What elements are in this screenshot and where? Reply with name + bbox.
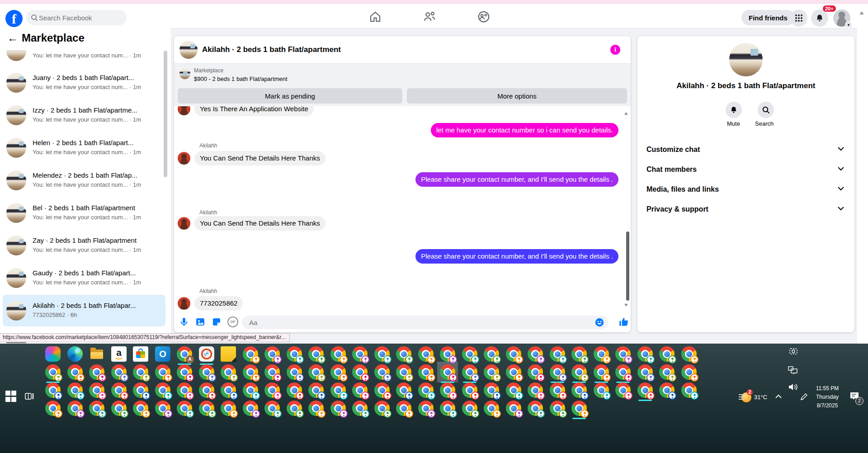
panel-section-customize-chat[interactable]: Customize chat <box>637 140 854 160</box>
taskbar-app-button[interactable] <box>111 382 127 398</box>
taskbar-app-button[interactable] <box>287 364 302 380</box>
taskbar-app-button[interactable] <box>681 382 697 398</box>
taskbar-app-button[interactable] <box>243 401 258 416</box>
taskbar-app-button[interactable] <box>199 364 214 380</box>
network-display-icon[interactable] <box>788 365 798 375</box>
clock-day[interactable]: Thursday <box>810 394 844 400</box>
panel-section-media-files-and-links[interactable]: Media, files and links <box>637 180 854 200</box>
taskbar-app-button[interactable] <box>352 364 368 380</box>
taskbar-app-button[interactable] <box>221 364 236 380</box>
taskbar-app-button[interactable] <box>243 346 258 362</box>
thumbs-up-icon[interactable] <box>618 316 630 328</box>
taskbar-app-button[interactable] <box>374 382 390 398</box>
taskbar-app-button[interactable] <box>133 346 148 362</box>
taskbar-app-button[interactable] <box>133 382 148 398</box>
taskbar-app-button[interactable] <box>155 364 170 380</box>
taskbar-app-button[interactable] <box>462 382 477 398</box>
home-icon[interactable] <box>368 10 382 24</box>
speaker-icon[interactable] <box>788 382 798 392</box>
taskbar-app-button[interactable] <box>659 382 675 398</box>
taskbar-app-button[interactable] <box>396 364 411 380</box>
sidebar-scrollbar[interactable] <box>164 51 167 177</box>
taskbar-app-button[interactable] <box>571 401 587 416</box>
taskbar-app-button[interactable] <box>243 382 258 398</box>
taskbar-app-button[interactable] <box>45 364 61 380</box>
taskbar-app-button[interactable] <box>484 364 499 380</box>
taskbar-app-button[interactable] <box>440 401 455 416</box>
emoji-icon[interactable] <box>594 317 604 327</box>
taskbar-app-button[interactable] <box>484 346 499 362</box>
conversation-item[interactable]: Helen · 2 beds 1 bath Flat/apart...You: … <box>3 132 165 164</box>
taskbar-app-button[interactable] <box>308 382 324 398</box>
taskbar-app-button[interactable] <box>506 401 521 416</box>
gif-icon[interactable]: GIF <box>227 316 238 327</box>
taskbar-app-button[interactable] <box>264 382 280 398</box>
chat-title[interactable]: Akilahh · 2 beds 1 bath Flat/apartment <box>202 45 341 54</box>
taskbar-app-button[interactable] <box>352 401 368 416</box>
taskbar-app-button[interactable] <box>264 401 280 416</box>
taskbar-app-button[interactable] <box>615 364 631 380</box>
more-options-button[interactable]: More options <box>407 88 627 104</box>
taskbar-app-button[interactable] <box>177 364 192 380</box>
taskbar-app-button[interactable] <box>506 382 521 398</box>
taskbar-app-button[interactable] <box>615 346 631 362</box>
voice-clip-icon[interactable] <box>179 316 189 327</box>
taskbar-app-button[interactable] <box>506 346 521 362</box>
cast-icon[interactable] <box>788 346 798 356</box>
groups-icon[interactable] <box>477 10 491 24</box>
taskbar-app-button[interactable] <box>221 382 236 398</box>
outgoing-message-bubble[interactable]: Please share your contact number, and I'… <box>415 172 618 187</box>
task-view-icon[interactable] <box>24 391 35 402</box>
taskbar-app-button[interactable] <box>418 364 434 380</box>
taskbar-app-button[interactable]: ✂ <box>199 346 214 362</box>
taskbar-app-button[interactable] <box>462 346 477 362</box>
taskbar-app-button[interactable] <box>418 346 434 362</box>
taskbar-app-button[interactable] <box>287 346 302 362</box>
taskbar-app-button[interactable] <box>67 346 83 362</box>
chat-avatar[interactable] <box>179 41 198 59</box>
taskbar-app-button[interactable] <box>45 401 61 416</box>
taskbar-app-button[interactable] <box>89 382 104 398</box>
taskbar-app-button[interactable] <box>550 382 565 398</box>
taskbar-app-button[interactable] <box>308 364 324 380</box>
taskbar-app-button[interactable]: A <box>177 346 192 362</box>
taskbar-app-button[interactable] <box>594 346 609 362</box>
taskbar-app-button[interactable] <box>330 401 346 416</box>
taskbar-app-button[interactable] <box>177 382 192 398</box>
taskbar-app-button[interactable] <box>111 364 127 380</box>
taskbar-app-button[interactable] <box>221 401 236 416</box>
search-in-conversation-button[interactable] <box>758 102 774 118</box>
back-arrow-icon[interactable]: ← <box>7 32 18 44</box>
account-chevron-icon[interactable]: ▾ <box>845 21 852 28</box>
panel-section-chat-members[interactable]: Chat members <box>637 160 854 180</box>
taskbar-app-button[interactable] <box>155 382 170 398</box>
taskbar-app-button[interactable] <box>528 401 543 416</box>
clock-date[interactable]: 8/7/2025 <box>810 402 844 409</box>
taskbar-app-button[interactable] <box>440 346 455 362</box>
search-input[interactable] <box>38 14 117 22</box>
taskbar-app-button[interactable] <box>594 364 609 380</box>
taskbar-app-button[interactable] <box>571 382 587 398</box>
pen-icon[interactable] <box>799 392 808 401</box>
taskbar-app-button[interactable] <box>681 364 697 380</box>
taskbar-app-button[interactable] <box>418 401 434 416</box>
conversation-item[interactable]: Melendez · 2 beds 1 bath Flat/ap...You: … <box>3 165 165 196</box>
conversation-item[interactable]: Bel · 2 beds 1 bath Flat/apartmentYou: l… <box>3 197 165 229</box>
taskbar-app-button[interactable] <box>637 346 653 362</box>
message-input[interactable] <box>242 316 608 329</box>
conversation-item[interactable]: Gaudy · 2 beds 1 bath Flat/apart...You: … <box>3 262 165 294</box>
apps-menu-button[interactable] <box>790 9 807 27</box>
taskbar-app-button[interactable] <box>484 382 499 398</box>
taskbar-app-button[interactable] <box>352 346 368 362</box>
incoming-message-bubble[interactable]: You Can Send The Details Here Thanks <box>194 216 326 231</box>
find-friends-button[interactable]: Find friends <box>741 10 795 25</box>
conversation-item[interactable]: Akilahh · 2 beds 1 bath Flat/apar...7732… <box>3 295 165 326</box>
taskbar-app-button[interactable] <box>396 401 411 416</box>
taskbar-app-button[interactable] <box>418 382 434 398</box>
taskbar-app-button[interactable] <box>67 364 83 380</box>
conversation-item[interactable]: Zay · 2 beds 1 bath Flat/apartmentYou: l… <box>3 230 165 261</box>
taskbar-app-button[interactable] <box>374 364 390 380</box>
taskbar-app-button[interactable] <box>199 401 214 416</box>
clock-time[interactable]: 11:55 PM <box>810 385 844 392</box>
taskbar-app-button[interactable] <box>330 364 346 380</box>
